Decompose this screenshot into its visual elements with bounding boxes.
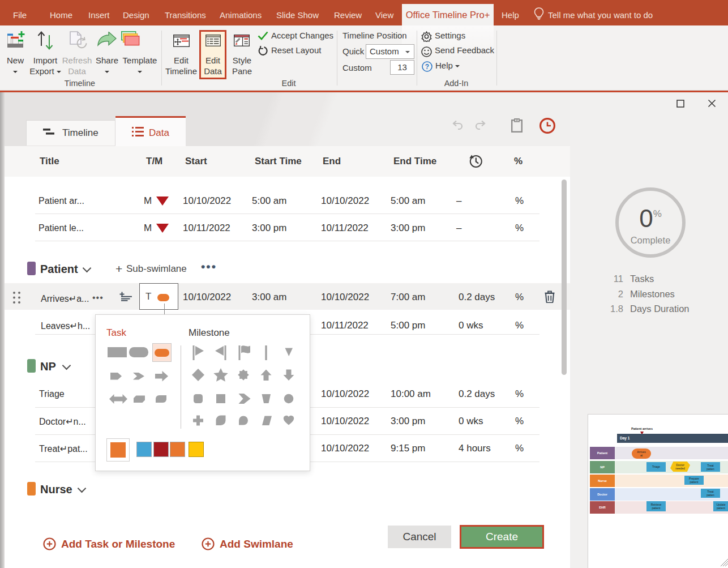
- svg-text:?: ?: [425, 63, 429, 71]
